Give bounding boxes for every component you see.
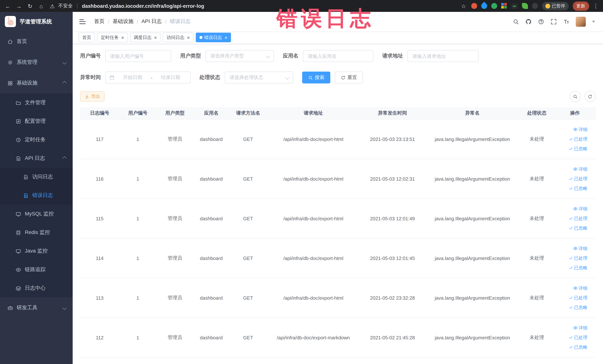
sidebar-item-4[interactable]: 配置管理 [0,112,73,130]
search-icon[interactable] [512,18,519,25]
cell-time: 2021-05-03 12:01:49 [359,199,425,238]
sidebar-item-0[interactable]: 首页 [0,31,73,52]
close-icon[interactable]: × [121,35,124,40]
breadcrumb-item[interactable]: 首页 [94,18,104,25]
avatar[interactable] [576,16,586,26]
action-ignored-link[interactable]: 已忽略 [556,223,587,233]
url-text[interactable]: dashboard.yudao.iocoder.cn/infra/log/api… [82,3,204,9]
date-range-picker[interactable]: 开始日期 - 结束日期 [105,71,191,83]
export-button[interactable]: 导出 [80,91,104,102]
action-detail-link[interactable]: 详细 [556,283,587,293]
github-icon[interactable] [525,18,532,25]
cell-status: 未处理 [519,199,554,238]
action-detail-link[interactable]: 详细 [556,244,587,253]
tab-4[interactable]: 错误日志× [196,33,231,42]
tab-1[interactable]: 定时任务× [97,33,128,42]
home-icon[interactable]: ⌂ [38,3,45,9]
filter-user-id: 用户编号 [80,50,171,62]
end-date-placeholder[interactable]: 结束日期 [155,74,186,81]
refresh-table-button[interactable] [584,91,596,102]
action-ignored-link[interactable]: 已忽略 [556,144,587,153]
action-processed-link[interactable]: 已处理 [556,253,587,263]
user-type-select[interactable]: 请选择用户类型 [205,50,274,62]
action-detail-link[interactable]: 详细 [556,125,587,134]
sidebar-item-6[interactable]: API 日志 [0,149,73,168]
sidebar-item-12[interactable]: 链路追踪 [0,260,73,279]
check-icon [568,186,573,191]
reset-button-label: 重置 [347,74,357,81]
breadcrumb-item[interactable]: API 日志 [142,18,162,25]
extension-color-grid-icon[interactable] [501,3,507,9]
filter-user-type: 用户类型 请选择用户类型 [180,50,274,62]
action-label: 已处理 [574,333,587,342]
back-icon[interactable]: ← [4,3,11,9]
cell-actions: 详细已处理已忽略 [554,238,596,278]
tab-2[interactable]: 调度日志× [130,33,161,42]
search-button[interactable]: 搜索 [302,71,330,83]
action-ignored-link[interactable]: 已忽略 [556,184,587,193]
action-ignored-link[interactable]: 已忽略 [556,263,587,273]
search-icon [308,75,313,80]
start-date-placeholder[interactable]: 开始日期 [117,74,149,81]
sidebar-item-14[interactable]: 研发工具 [0,297,73,318]
action-detail-link[interactable]: 详细 [556,323,587,333]
fullscreen-icon[interactable] [550,18,557,25]
sidebar-item-13[interactable]: 日志中心 [0,279,73,297]
profile-paused-badge[interactable]: 已暂停 [542,2,568,10]
action-detail-link[interactable]: 详细 [556,164,587,174]
breadcrumb-item[interactable]: 基础设施 [113,18,133,25]
sidebar-item-3[interactable]: 文件管理 [0,94,73,112]
extension-dark-icon[interactable] [532,3,538,9]
sidebar-collapse-button[interactable] [73,12,92,31]
action-processed-link[interactable]: 已处理 [556,134,587,144]
font-size-icon[interactable] [563,18,569,25]
close-icon[interactable]: × [225,35,227,40]
action-label: 已处理 [574,293,587,303]
process-status-placeholder: 请选择处理状态 [230,74,263,81]
action-processed-link[interactable]: 已处理 [556,333,587,342]
sidebar-item-9[interactable]: MySQL 监控 [0,205,73,223]
sidebar-item-5[interactable]: 定时任务 [0,130,73,149]
tab-3[interactable]: 访问日志× [163,33,193,42]
user-id-input[interactable] [105,50,171,62]
filter-row-1: 用户编号 用户类型 请选择用户类型 应用名 [80,50,596,62]
browser-menu-icon[interactable]: ⋮ [593,3,599,9]
cell-method: GET [229,199,267,238]
browser-update-button[interactable]: 更新 [573,1,589,11]
app-name-input[interactable] [303,50,373,62]
request-url-input[interactable] [407,50,479,62]
process-status-select[interactable]: 请选择处理状态 [225,71,293,83]
close-icon[interactable]: × [154,35,157,40]
question-icon[interactable] [538,18,544,25]
action-ignored-link[interactable]: 已忽略 [556,342,587,352]
action-processed-link[interactable]: 已处理 [556,174,587,184]
sidebar-item-2[interactable]: 基础设施 [0,73,73,94]
action-processed-link[interactable]: 已处理 [556,214,587,223]
toggle-search-button[interactable] [570,91,581,102]
action-ignored-link[interactable]: 已忽略 [556,303,587,312]
sidebar-item-1[interactable]: 系统管理 [0,52,73,73]
cell-exception-name: java.lang.IllegalArgumentException [425,278,519,318]
address-bar[interactable]: ⚠ 不安全 dashboard.yudao.iocoder.cn/infra/l… [49,3,456,9]
close-icon[interactable]: × [187,35,190,40]
extension-orange-icon[interactable] [471,3,477,9]
extension-green-check-icon[interactable] [491,3,497,9]
chevron-down-icon [285,75,290,80]
sidebar-item-7[interactable]: 访问日志 [0,168,73,186]
forward-icon[interactable]: → [16,3,22,9]
extension-on-badge-icon[interactable]: on [511,3,518,9]
extension-blue-drop-icon[interactable] [480,2,488,10]
sidebar-item-11[interactable]: Java 监控 [0,242,73,260]
user-id-label: 用户编号 [80,53,101,59]
sidebar-item-10[interactable]: Redis 监控 [0,223,73,242]
reset-button[interactable]: 重置 [335,71,363,83]
tab-0[interactable]: 首页 [79,33,95,42]
action-label: 已处理 [574,214,587,223]
extension-leaf-icon[interactable] [522,3,528,9]
sidebar-item-8[interactable]: 错误日志 [0,186,73,205]
bookmark-star-icon[interactable]: ☆ [460,3,467,9]
action-detail-link[interactable]: 详细 [556,204,587,214]
action-label: 详细 [579,125,587,134]
action-processed-link[interactable]: 已处理 [556,293,587,303]
reload-icon[interactable]: ↻ [27,3,33,9]
